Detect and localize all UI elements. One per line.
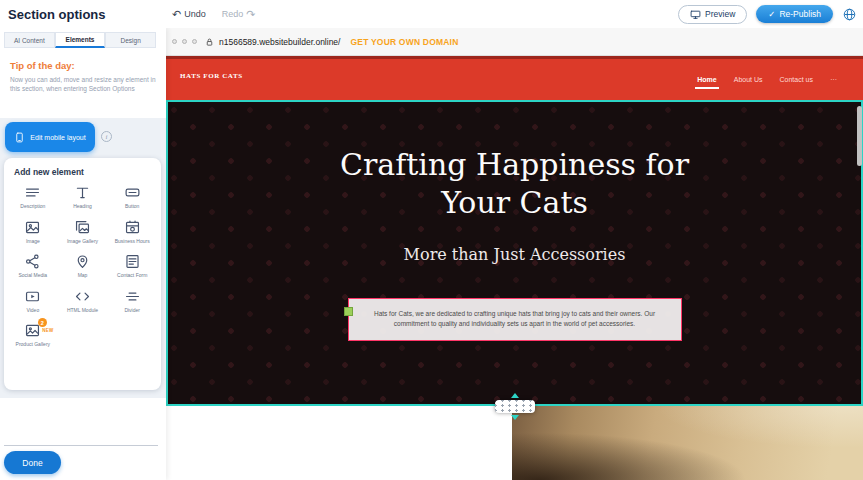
redo-icon: ↷ bbox=[246, 9, 255, 20]
business-hours-icon bbox=[124, 219, 141, 236]
edit-mobile-label: Edit mobile layout bbox=[30, 134, 85, 141]
redo-button[interactable]: Redo ↷ bbox=[222, 9, 256, 20]
tip-of-the-day: Tip of the day: Now you can add, move an… bbox=[10, 60, 158, 94]
element-contact-form[interactable]: Contact Form bbox=[107, 253, 157, 279]
republish-label: Re-Publish bbox=[779, 9, 821, 19]
element-label: Description bbox=[20, 203, 45, 210]
element-description[interactable]: Description bbox=[8, 184, 58, 210]
history-controls: ↶ Undo Redo ↷ bbox=[172, 0, 255, 28]
description-icon bbox=[24, 184, 41, 201]
element-image[interactable]: Image bbox=[8, 219, 58, 245]
element-button[interactable]: Button bbox=[107, 184, 157, 210]
undo-button[interactable]: ↶ Undo bbox=[172, 9, 206, 20]
element-label: Heading bbox=[73, 203, 92, 210]
divider-icon bbox=[124, 288, 141, 305]
globe-icon bbox=[842, 7, 857, 22]
preview-label: Preview bbox=[705, 9, 735, 19]
page-title: Section options bbox=[8, 7, 106, 22]
main-canvas: n1566589.websitebuilder.online/ GET YOUR… bbox=[166, 28, 863, 480]
button-icon bbox=[124, 184, 141, 201]
element-divider[interactable]: Divider bbox=[107, 288, 157, 314]
element-grid: Description Heading Button Image Image G… bbox=[4, 182, 161, 350]
section-resize-handle[interactable] bbox=[495, 400, 535, 413]
tab-label: Design bbox=[121, 37, 141, 44]
preview-button[interactable]: Preview bbox=[678, 5, 747, 24]
site-url: n1566589.websitebuilder.online/ bbox=[219, 37, 340, 47]
get-domain-link[interactable]: GET YOUR OWN DOMAIN bbox=[350, 37, 458, 47]
tab-elements[interactable]: Elements bbox=[55, 32, 106, 48]
topbar: Section options ↶ Undo Redo ↷ Preview ✓ … bbox=[0, 0, 863, 28]
new-count-badge: 2 bbox=[38, 318, 47, 327]
scrollbar-thumb[interactable] bbox=[857, 106, 862, 166]
window-dot bbox=[182, 39, 187, 44]
nav-home[interactable]: Home bbox=[697, 76, 716, 83]
site-header[interactable]: HATS FOR CATS Home About Us Contact us ⋯ bbox=[166, 56, 863, 100]
hero-subheading[interactable]: More than Just Accessories bbox=[168, 245, 861, 264]
element-label: Business Hours bbox=[115, 238, 150, 245]
element-html-module[interactable]: HTML Module bbox=[58, 288, 108, 314]
element-label: Video bbox=[26, 307, 39, 314]
tab-design[interactable]: Design bbox=[105, 32, 156, 48]
element-label: Contact Form bbox=[117, 272, 147, 279]
element-label: Map bbox=[78, 272, 88, 279]
new-badge: NEW bbox=[42, 328, 53, 333]
html-module-icon bbox=[74, 288, 91, 305]
redo-label: Redo bbox=[222, 9, 244, 19]
info-icon[interactable]: i bbox=[101, 131, 112, 142]
site-nav: Home About Us Contact us ⋯ bbox=[697, 59, 837, 100]
heading-icon bbox=[74, 184, 91, 201]
element-label: Divider bbox=[124, 307, 140, 314]
element-map[interactable]: Map bbox=[58, 253, 108, 279]
tab-label: AI Content bbox=[14, 37, 45, 44]
info-glyph: i bbox=[106, 133, 108, 141]
video-icon bbox=[24, 288, 41, 305]
sidebar-divider bbox=[4, 445, 158, 446]
topbar-actions: Preview ✓ Re-Publish bbox=[678, 0, 857, 28]
language-globe-button[interactable] bbox=[842, 7, 857, 22]
image-gallery-icon bbox=[74, 219, 91, 236]
tab-label: Elements bbox=[66, 36, 95, 43]
element-label: Image Gallery bbox=[67, 238, 98, 245]
undo-icon: ↶ bbox=[172, 9, 181, 20]
map-icon bbox=[74, 253, 91, 270]
element-product-gallery[interactable]: 2 NEW Product Gallery bbox=[8, 322, 58, 348]
nav-more-icon[interactable]: ⋯ bbox=[830, 76, 837, 84]
element-image-gallery[interactable]: Image Gallery bbox=[58, 219, 108, 245]
add-element-panel: Add new element Description Heading Butt… bbox=[4, 158, 161, 390]
monitor-icon bbox=[690, 9, 701, 20]
sidebar: AI Content Elements Design Tip of the da… bbox=[0, 28, 166, 480]
nav-contact-us[interactable]: Contact us bbox=[780, 76, 813, 83]
cat-carpet-photo bbox=[512, 406, 863, 480]
contact-form-icon bbox=[124, 253, 141, 270]
nav-about-us[interactable]: About Us bbox=[734, 76, 763, 83]
tab-ai-content[interactable]: AI Content bbox=[4, 32, 55, 48]
check-icon: ✓ bbox=[768, 9, 775, 19]
edit-mobile-layout-button[interactable]: Edit mobile layout bbox=[5, 122, 95, 152]
lock-icon bbox=[205, 37, 214, 47]
hero-heading[interactable]: Crafting Happiness for Your Cats bbox=[330, 146, 700, 221]
tip-body: Now you can add, move and resize any ele… bbox=[10, 75, 158, 94]
browser-bar: n1566589.websitebuilder.online/ GET YOUR… bbox=[166, 28, 863, 56]
site-logo[interactable]: HATS FOR CATS bbox=[180, 72, 243, 80]
phone-icon bbox=[14, 131, 25, 144]
image-icon bbox=[24, 219, 41, 236]
element-drag-handle[interactable] bbox=[344, 307, 353, 316]
panel-title: Add new element bbox=[4, 158, 161, 182]
element-business-hours[interactable]: Business Hours bbox=[107, 219, 157, 245]
done-button[interactable]: Done bbox=[4, 451, 61, 474]
window-dot bbox=[172, 39, 177, 44]
selected-section[interactable]: Crafting Happiness for Your Cats More th… bbox=[166, 100, 863, 406]
element-label: HTML Module bbox=[67, 307, 98, 314]
element-heading[interactable]: Heading bbox=[58, 184, 108, 210]
element-video[interactable]: Video bbox=[8, 288, 58, 314]
republish-button[interactable]: ✓ Re-Publish bbox=[756, 5, 833, 23]
element-label: Image bbox=[26, 238, 40, 245]
hero-body-text: Hats for Cats, we are dedicated to craft… bbox=[374, 310, 655, 327]
element-label: Social Media bbox=[19, 272, 48, 279]
element-social-media[interactable]: Social Media bbox=[8, 253, 58, 279]
element-label: Product Gallery bbox=[16, 341, 50, 348]
selected-text-element[interactable]: Hats for Cats, we are dedicated to craft… bbox=[348, 298, 682, 341]
window-dot bbox=[192, 39, 197, 44]
site-preview: HATS FOR CATS Home About Us Contact us ⋯… bbox=[166, 56, 863, 480]
element-label: Button bbox=[125, 203, 139, 210]
